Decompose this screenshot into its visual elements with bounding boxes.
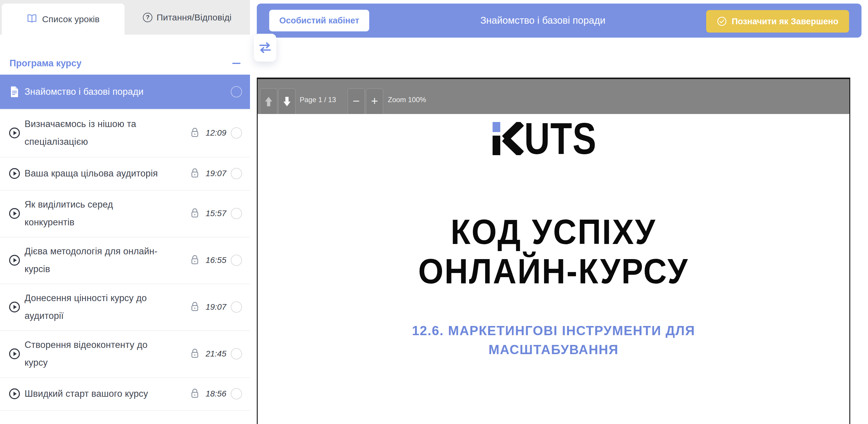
slide-subtitle-line2: МАСШТАБУВАННЯ — [489, 340, 619, 359]
divider — [0, 109, 250, 110]
lesson-title-line1: Створення відеоконтенту до — [25, 336, 178, 354]
play-icon — [8, 127, 21, 139]
progress-circle[interactable] — [231, 168, 242, 179]
play-icon — [8, 348, 21, 360]
lesson-duration: 21:45 — [203, 349, 226, 359]
divider — [0, 157, 250, 158]
lesson-item-partial[interactable] — [0, 411, 250, 424]
arrow-up-icon — [264, 95, 273, 108]
swap-arrows-icon — [258, 41, 272, 54]
progress-circle[interactable] — [231, 302, 242, 313]
progress-circle[interactable] — [231, 86, 242, 97]
toggle-sidebar-button[interactable] — [254, 34, 276, 62]
lock-icon — [191, 388, 199, 400]
pdf-page: UTS КОД УСПІХУ ОНЛАЙН-КУРСУ 12.6. МАРКЕТ… — [258, 114, 849, 400]
play-icon — [8, 167, 21, 180]
progress-circle[interactable] — [231, 127, 242, 139]
tab-questions-answers[interactable]: ? Питання/Відповіді — [125, 0, 250, 35]
slide-title-line2: ОНЛАЙН-КУРСУ — [418, 252, 689, 291]
lesson-item[interactable]: Створення відеоконтенту до курсу 21:45 — [0, 331, 250, 377]
logo-i-mark — [493, 122, 500, 155]
sidebar: Список уроків ? Питання/Відповіді Програ… — [0, 0, 250, 424]
plus-icon: + — [371, 94, 378, 108]
lock-icon — [191, 168, 199, 179]
lesson-item[interactable]: Визначаємось із нішою та спеціалізацією … — [0, 109, 250, 157]
lesson-title-line2: конкурентів — [25, 214, 178, 231]
progress-circle[interactable] — [231, 255, 242, 266]
lesson-title-line2: курсів — [25, 260, 178, 278]
course-program-title: Програма курсу — [9, 58, 81, 69]
lesson-duration: 15:57 — [203, 209, 226, 218]
divider — [0, 411, 250, 411]
minus-icon: − — [353, 94, 360, 108]
course-program-header: Програма курсу — [9, 57, 241, 70]
slide-subtitle: 12.6. МАРКЕТИНГОВІ ІНСТРУМЕНТИ ДЛЯ МАСШТ… — [258, 321, 849, 359]
page-up-button[interactable] — [260, 88, 277, 115]
play-icon — [8, 207, 21, 220]
logo-blue-dot — [493, 122, 500, 132]
zoom-indicator: Zoom 100% — [388, 96, 426, 104]
arrow-down-icon — [282, 95, 291, 108]
progress-circle[interactable] — [231, 388, 242, 399]
logo-k-strokes — [502, 122, 524, 155]
check-circle-icon — [717, 16, 727, 26]
book-icon — [27, 14, 37, 25]
collapse-minus-icon[interactable] — [232, 63, 241, 64]
lock-icon — [191, 348, 199, 360]
zoom-in-button[interactable]: + — [366, 88, 383, 115]
lesson-title-line1: Ваша краща цільова аудиторія — [25, 165, 178, 182]
divider — [0, 284, 250, 284]
lesson-item-active[interactable]: Знайомство і базові поради — [0, 75, 250, 109]
kuts-logo: UTS — [258, 122, 849, 155]
lesson-title-line1: Визначаємось із нішою та — [25, 115, 178, 133]
divider — [0, 190, 250, 191]
tab-lesson-list-label: Список уроків — [42, 14, 100, 24]
play-icon — [8, 301, 21, 313]
logo-text: UTS — [524, 122, 597, 155]
question-icon: ? — [143, 13, 152, 22]
logo-stem — [493, 136, 500, 155]
lesson-item[interactable]: Як виділитись серед конкурентів 15:57 — [0, 190, 250, 237]
lesson-duration: 18:56 — [203, 389, 226, 399]
tab-questions-answers-label: Питання/Відповіді — [156, 12, 231, 23]
divider — [0, 237, 250, 237]
play-icon — [8, 388, 21, 400]
tab-lesson-list[interactable]: Список уроків — [2, 4, 125, 35]
page-down-button[interactable] — [278, 88, 296, 115]
page-title: Знайомство і базові поради — [480, 15, 606, 26]
lock-icon — [191, 127, 199, 139]
lesson-item[interactable]: Дієва методологія для онлайн- курсів 16:… — [0, 237, 250, 284]
lesson-duration: 16:55 — [203, 256, 226, 265]
zoom-out-button[interactable]: − — [348, 88, 365, 115]
personal-cabinet-button[interactable]: Особистий кабінет — [269, 10, 369, 31]
slide-title-line1: КОД УСПІХУ — [451, 212, 656, 252]
lock-icon — [191, 255, 199, 266]
mark-complete-label: Позначити як Завершено — [732, 17, 838, 26]
slide-subtitle-line1: 12.6. МАРКЕТИНГОВІ ІНСТРУМЕНТИ ДЛЯ — [412, 321, 695, 340]
lesson-item[interactable]: Донесення цінності курсу до аудиторії 19… — [0, 284, 250, 331]
divider — [0, 331, 250, 331]
lesson-title-line1: Дієва методологія для онлайн- — [25, 243, 178, 260]
lesson-title-line1: Донесення цінності курсу до — [25, 289, 178, 307]
lesson-item[interactable]: Швидкий старт вашого курсу 18:56 — [0, 377, 250, 411]
mark-complete-button[interactable]: Позначити як Завершено — [706, 10, 849, 33]
lesson-item[interactable]: Ваша краща цільова аудиторія 19:07 — [0, 157, 250, 190]
top-header-bar: Особистий кабінет Знайомство і базові по… — [257, 4, 862, 37]
lock-icon — [191, 302, 199, 313]
lesson-title-line1: Швидкий старт вашого курсу — [25, 385, 178, 403]
progress-circle[interactable] — [231, 208, 242, 219]
lesson-duration: 19:07 — [203, 169, 226, 178]
document-icon — [8, 86, 21, 98]
lesson-title: Знайомство і базові поради — [25, 83, 178, 101]
pdf-toolbar: Page 1 / 13 − + Zoom 100% — [258, 78, 849, 114]
progress-circle[interactable] — [231, 348, 242, 360]
lesson-title-line2: спеціалізацією — [25, 133, 178, 151]
lesson-title-line2: аудиторії — [25, 307, 178, 325]
app-root: Список уроків ? Питання/Відповіді Програ… — [0, 0, 868, 424]
play-icon — [8, 254, 21, 266]
lesson-duration: 12:09 — [203, 128, 226, 138]
page-indicator: Page 1 / 13 — [300, 96, 336, 104]
lesson-duration: 19:07 — [203, 302, 226, 312]
lesson-title-line2: курсу — [25, 354, 178, 372]
slide-title: КОД УСПІХУ ОНЛАЙН-КУРСУ — [258, 212, 849, 291]
